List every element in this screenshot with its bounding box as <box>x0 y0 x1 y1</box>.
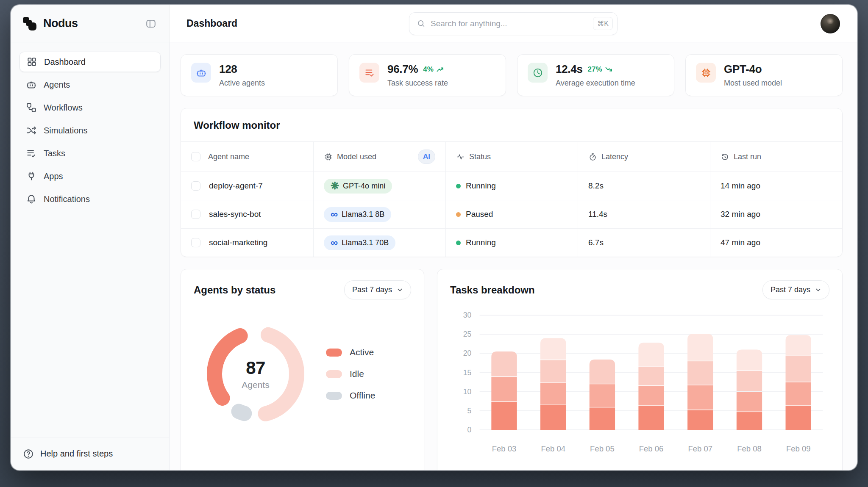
user-avatar[interactable] <box>821 14 840 33</box>
tasks-range-dropdown[interactable]: Past 7 days <box>762 280 829 299</box>
row-checkbox[interactable] <box>191 210 200 219</box>
legend-label: Offline <box>350 390 375 401</box>
bar-feb-05-segment-2-medium <box>590 384 615 407</box>
agents-by-status-card: Agents by status Past 7 days 87 <box>181 269 424 470</box>
sidebar-item-label: Notifications <box>44 194 90 204</box>
sidebar-collapse-button[interactable] <box>144 17 158 31</box>
sidebar: Nodus Dashboard Agents Workflows Simulat… <box>11 5 170 470</box>
sidebar-item-label: Apps <box>44 172 63 181</box>
y-axis-tick-label: 20 <box>463 349 472 357</box>
row-checkbox[interactable] <box>191 238 200 247</box>
stat-delta: 4% <box>423 65 444 74</box>
top-bar: Dashboard ⌘K <box>170 5 857 42</box>
bar-feb-06-segment-3-light <box>638 367 664 385</box>
sidebar-nav: Dashboard Agents Workflows Simulations T… <box>11 42 169 209</box>
stat-icon-tile <box>696 63 716 83</box>
panel-left-icon <box>145 18 156 29</box>
donut-center-label: Agents <box>242 380 269 390</box>
bar-feb-05-segment-3-light <box>590 360 615 384</box>
stat-value: 128 <box>219 63 237 76</box>
column-header-latency: Latency <box>578 142 710 172</box>
sidebar-item-notifications[interactable]: Notifications <box>19 189 161 209</box>
bar-feb-06-segment-2-medium <box>638 386 664 405</box>
legend-label: Idle <box>350 369 364 379</box>
sidebar-item-dashboard[interactable]: Dashboard <box>19 52 161 72</box>
sidebar-item-label: Agents <box>44 80 70 90</box>
sidebar-item-label: Tasks <box>44 149 65 158</box>
tasks-stacked-bar-chart: 051015202530Feb 03Feb 04Feb 05Feb 06Feb … <box>437 304 842 470</box>
plug-icon <box>26 171 37 182</box>
help-circle-icon <box>23 448 34 459</box>
shuffle-icon <box>26 125 37 136</box>
cell-agent-name: sales-sync-bot <box>181 200 313 228</box>
bar-feb-09-segment-2-medium <box>786 382 811 406</box>
search-input[interactable] <box>431 19 588 28</box>
agents-range-dropdown[interactable]: Past 7 days <box>344 280 411 299</box>
cell-last-run: 14 min ago <box>710 172 842 200</box>
bar-feb-09-segment-3-light <box>786 356 811 382</box>
bar-feb-05-segment-1-darkest <box>590 407 615 430</box>
stat-icon-tile <box>191 63 211 83</box>
stat-card-task-success-rate: 96.7% 4% Task success rate <box>349 54 506 96</box>
cell-agent-name: deploy-agent-7 <box>181 172 313 200</box>
table-row-social-marketing: social-marketing ∞ Llama3.1 70B Running … <box>181 228 842 257</box>
x-axis-tick-label: Feb 05 <box>590 444 615 453</box>
select-all-checkbox[interactable] <box>191 152 200 161</box>
row-checkbox[interactable] <box>191 181 200 191</box>
cell-last-run: 47 min ago <box>710 229 842 257</box>
sidebar-item-label: Simulations <box>44 126 87 136</box>
legend-swatch <box>326 392 342 400</box>
status-dot <box>456 212 461 217</box>
stat-card-most-used-model: GPT-4o Most used model <box>685 54 843 96</box>
legend-item-idle: Idle <box>326 369 375 379</box>
bar-feb-04-segment-1-darkest <box>540 405 566 430</box>
stat-value: 96.7% <box>387 63 418 76</box>
model-badge: ∞ Llama3.1 70B <box>324 235 395 250</box>
stat-card-average-execution-time: 12.4s 27% Average execution time <box>517 54 674 96</box>
sidebar-item-agents[interactable]: Agents <box>19 75 161 95</box>
cell-latency: 6.7s <box>578 229 710 257</box>
stats-row: 128 Active agents 96.7% 4% Task success … <box>181 54 843 96</box>
y-axis-tick-label: 10 <box>463 387 472 396</box>
cell-model-used: ∞ Llama3.1 70B <box>313 229 445 257</box>
sidebar-item-tasks[interactable]: Tasks <box>19 143 161 163</box>
sidebar-item-label: Workflows <box>44 103 83 113</box>
sidebar-item-simulations[interactable]: Simulations <box>19 120 161 141</box>
status-dot <box>456 241 461 245</box>
x-axis-tick-label: Feb 03 <box>492 444 517 453</box>
app-name: Nodus <box>43 17 78 30</box>
tasks-breakdown-card: Tasks breakdown Past 7 days 051015202530… <box>437 269 843 470</box>
clock-icon <box>532 67 543 78</box>
y-axis-tick-label: 30 <box>463 311 472 319</box>
donut-area: 87 Agents Active Idle Offline <box>181 304 424 425</box>
cell-latency: 11.4s <box>578 200 710 228</box>
cell-agent-name: social-marketing <box>181 229 313 257</box>
bar-feb-08-segment-1-darkest <box>737 412 762 430</box>
legend-label: Active <box>350 347 374 357</box>
workflow-table: Agent nameModel usedAIStatusLatencyLast … <box>181 141 842 257</box>
y-axis-tick-label: 5 <box>467 407 471 415</box>
app-window: Nodus Dashboard Agents Workflows Simulat… <box>11 5 857 470</box>
stopwatch-icon <box>588 152 597 161</box>
tasks-range-label: Past 7 days <box>771 285 810 294</box>
workflow-monitor-card: Workflow monitor Agent nameModel usedAIS… <box>181 108 843 257</box>
y-axis-tick-label: 25 <box>463 330 471 338</box>
sidebar-item-workflows[interactable]: Workflows <box>19 97 161 118</box>
bar-feb-09-segment-4-lightest <box>786 335 811 355</box>
donut-center-value: 87 <box>246 358 265 378</box>
history-icon <box>721 152 729 161</box>
column-header-agent-name: Agent name <box>181 142 313 172</box>
bar-chart-svg: 051015202530Feb 03Feb 04Feb 05Feb 06Feb … <box>443 306 831 470</box>
sidebar-item-apps[interactable]: Apps <box>19 166 161 186</box>
agents-status-donut-chart: 87 Agents <box>205 323 306 425</box>
robot-icon <box>26 79 37 90</box>
ai-badge[interactable]: AI <box>418 149 435 164</box>
cell-model-used: ∞ Llama3.1 8B <box>313 200 445 228</box>
legend-swatch <box>326 349 342 357</box>
chip-icon <box>701 67 712 78</box>
table-row-deploy-agent-7: deploy-agent-7 ❋ GPT-4o mini Running 8.2… <box>181 172 842 200</box>
donut-legend: Active Idle Offline <box>326 347 375 401</box>
sidebar-item-label: Dashboard <box>44 57 86 67</box>
cell-model-used: ❋ GPT-4o mini <box>313 172 445 200</box>
sidebar-help-button[interactable]: Help and first steps <box>11 437 169 470</box>
